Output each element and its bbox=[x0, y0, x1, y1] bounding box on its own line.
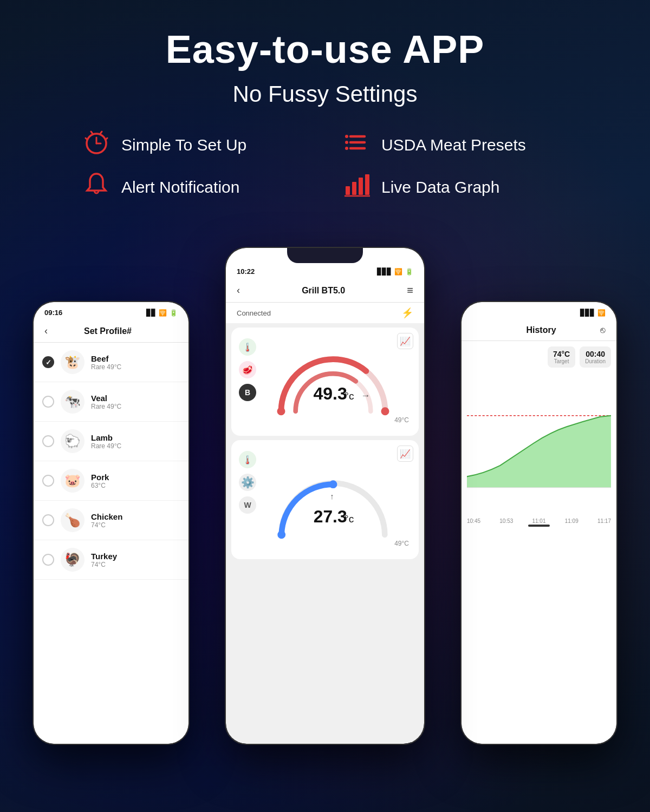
probe2-chart-btn[interactable]: 📈 bbox=[397, 446, 413, 462]
profile-emoji-chicken: 🍗 bbox=[61, 508, 84, 532]
right-nav: History ⎋ bbox=[461, 320, 616, 341]
profile-emoji-veal: 🐄 bbox=[61, 390, 84, 414]
profile-radio-chicken[interactable] bbox=[42, 514, 54, 526]
main-title: Easy-to-use APP bbox=[166, 27, 485, 71]
probe-label-b: B bbox=[239, 384, 256, 401]
svg-text:49.3: 49.3 bbox=[314, 384, 347, 403]
target-tag: 74°C Target bbox=[548, 346, 575, 368]
profile-temp-beef: Rare 49°C bbox=[91, 363, 121, 371]
right-signal-icon: ▊▊▊ bbox=[580, 309, 595, 317]
probe1-chart-btn[interactable]: 📈 bbox=[397, 333, 413, 349]
feature-graph: Live Data Graph bbox=[341, 171, 569, 204]
x-label-5: 11:17 bbox=[597, 518, 611, 524]
battery-icon: 🔋 bbox=[170, 309, 178, 317]
phone-left-screen: 09:16 ▊▊ 🛜 🔋 ‹ Set Profile# bbox=[34, 302, 188, 744]
x-label-4: 11:09 bbox=[565, 518, 578, 524]
connected-bar: Connected ⚡ bbox=[226, 303, 424, 323]
connected-label: Connected bbox=[237, 309, 271, 317]
svg-rect-16 bbox=[365, 174, 369, 195]
x-label-2: 10:53 bbox=[499, 518, 513, 524]
profile-radio-veal[interactable] bbox=[42, 396, 54, 408]
x-label-3: 11:01 bbox=[532, 518, 545, 524]
profile-item-lamb[interactable]: 🐑 Lamb Rare 49°C bbox=[34, 422, 188, 461]
svg-point-10 bbox=[345, 135, 348, 138]
history-chart: 10:45 10:53 11:01 11:09 11:17 bbox=[467, 373, 611, 514]
right-wifi-icon: 🛜 bbox=[597, 309, 606, 317]
profile-info-beef: Beef Rare 49°C bbox=[91, 354, 121, 371]
bluetooth-icon[interactable]: ⚡ bbox=[401, 307, 413, 319]
duration-label: Duration bbox=[585, 358, 606, 364]
subtitle: No Fussy Settings bbox=[233, 81, 418, 107]
center-wifi-icon: 🛜 bbox=[394, 268, 402, 276]
profile-name-pork: Pork bbox=[91, 473, 109, 482]
center-menu-icon[interactable]: ≡ bbox=[407, 284, 413, 297]
svg-line-4 bbox=[100, 132, 102, 134]
profile-emoji-lamb: 🐑 bbox=[61, 429, 84, 453]
probe2-card: 🌡️ ⚙️ W ↑ bbox=[231, 440, 419, 559]
profile-radio-lamb[interactable] bbox=[42, 435, 54, 447]
gauge-svg-1: 49.3 °c → bbox=[263, 336, 404, 423]
profile-emoji-beef: 🐮 bbox=[61, 350, 84, 374]
history-tags: 74°C Target 00:40 Duration bbox=[467, 346, 611, 368]
x-label-1: 10:45 bbox=[467, 518, 480, 524]
feature-graph-label: Live Data Graph bbox=[381, 178, 499, 197]
profile-info-veal: Veal Rare 49°C bbox=[91, 394, 121, 410]
profile-radio-turkey[interactable] bbox=[42, 554, 54, 566]
svg-point-18 bbox=[277, 407, 285, 415]
profile-info-pork: Pork 63°C bbox=[91, 473, 109, 489]
center-signal-icon: ▊▊▊ bbox=[377, 268, 392, 276]
profile-radio-pork[interactable] bbox=[42, 475, 54, 487]
features-grid: Simple To Set Up USDA Meat Presets bbox=[81, 129, 569, 204]
thermometer-icon-2: 🌡️ bbox=[239, 451, 256, 468]
profile-temp-chicken: 74°C bbox=[91, 521, 122, 529]
phone-center-screen: 10:22 ▊▊▊ 🛜 🔋 ‹ Grill BT5.0 ≡ Connected bbox=[226, 248, 424, 744]
share-icon[interactable]: ⎋ bbox=[600, 325, 606, 335]
right-nav-title: History bbox=[526, 325, 556, 335]
center-back-icon[interactable]: ‹ bbox=[237, 285, 240, 296]
svg-line-6 bbox=[106, 138, 107, 140]
svg-text:°c: °c bbox=[344, 390, 354, 402]
probe-icon-2: ⚙️ bbox=[239, 474, 256, 491]
clock-icon bbox=[81, 129, 112, 161]
svg-text:27.3: 27.3 bbox=[314, 507, 347, 526]
probe1-icons: 🌡️ 🥩 B bbox=[239, 338, 256, 401]
svg-point-12 bbox=[345, 147, 348, 150]
phone-right-screen: 00:00 ▊▊▊ 🛜 History ⎋ bbox=[461, 302, 616, 744]
feature-presets: USDA Meat Presets bbox=[341, 129, 569, 161]
feature-setup: Simple To Set Up bbox=[81, 129, 309, 161]
profile-item-pork[interactable]: 🐷 Pork 63°C bbox=[34, 461, 188, 501]
profile-temp-veal: Rare 49°C bbox=[91, 403, 121, 410]
profile-emoji-turkey: 🦃 bbox=[61, 548, 84, 572]
svg-point-11 bbox=[345, 141, 348, 144]
target-value: 74°C bbox=[553, 350, 570, 358]
right-status-bar: 00:00 ▊▊▊ 🛜 bbox=[461, 302, 616, 320]
svg-line-3 bbox=[91, 132, 93, 134]
list-icon bbox=[341, 129, 372, 161]
profile-name-chicken: Chicken bbox=[91, 512, 122, 521]
left-back-icon[interactable]: ‹ bbox=[44, 325, 48, 337]
center-nav: ‹ Grill BT5.0 ≡ bbox=[226, 279, 424, 303]
bar-chart-icon bbox=[341, 171, 372, 204]
right-status-icons: ▊▊▊ 🛜 bbox=[580, 309, 606, 317]
svg-point-24 bbox=[329, 480, 337, 488]
left-status-icons: ▊▊ 🛜 🔋 bbox=[146, 309, 178, 317]
left-nav-title: Set Profile# bbox=[84, 326, 132, 336]
svg-line-5 bbox=[86, 138, 87, 140]
history-body: 74°C Target 00:40 Duration bbox=[461, 341, 616, 744]
signal-icon: ▊▊ bbox=[146, 309, 156, 317]
center-battery-icon: 🔋 bbox=[405, 268, 413, 276]
left-nav: ‹ Set Profile# bbox=[34, 320, 188, 343]
profile-info-turkey: Turkey 74°C bbox=[91, 552, 117, 568]
profile-item-beef[interactable]: 🐮 Beef Rare 49°C bbox=[34, 343, 188, 382]
profile-info-lamb: Lamb Rare 49°C bbox=[91, 433, 121, 450]
profile-item-chicken[interactable]: 🍗 Chicken 74°C bbox=[34, 501, 188, 540]
profile-emoji-pork: 🐷 bbox=[61, 469, 84, 493]
x-axis-labels: 10:45 10:53 11:01 11:09 11:17 bbox=[467, 516, 611, 526]
profile-item-turkey[interactable]: 🦃 Turkey 74°C bbox=[34, 540, 188, 580]
profile-item-veal[interactable]: 🐄 Veal Rare 49°C bbox=[34, 382, 188, 422]
profile-list: 🐮 Beef Rare 49°C 🐄 Veal Rare 49°C bbox=[34, 343, 188, 744]
thermometer-icon-1: 🌡️ bbox=[239, 338, 256, 356]
svg-text:°c: °c bbox=[344, 513, 354, 525]
feature-setup-label: Simple To Set Up bbox=[121, 136, 246, 154]
profile-radio-beef[interactable] bbox=[42, 356, 54, 368]
